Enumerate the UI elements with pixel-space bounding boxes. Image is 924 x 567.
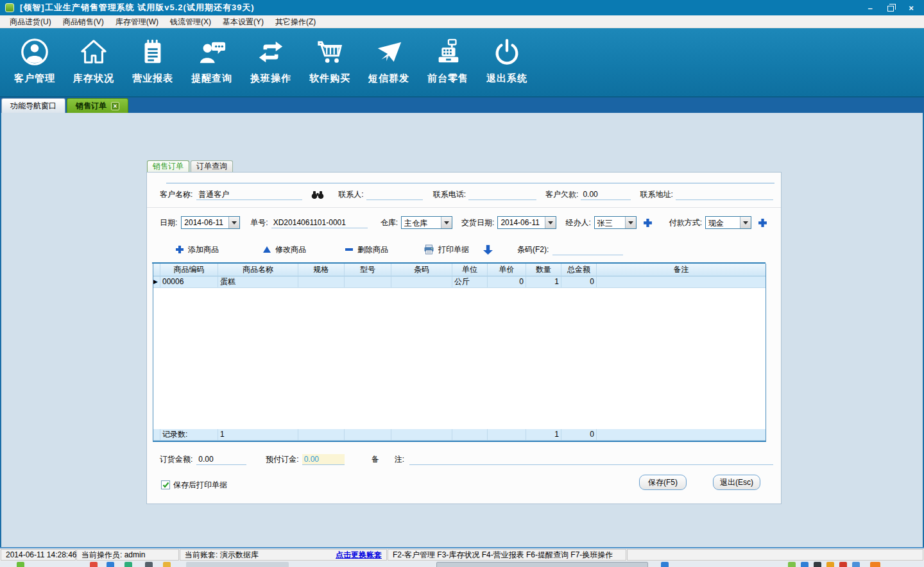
- taskbar-icon[interactable]: [661, 562, 669, 567]
- menu-goods-sales[interactable]: 商品销售(V): [57, 16, 110, 28]
- cell-product-code[interactable]: 00006: [160, 276, 218, 288]
- delivery-date-combobox[interactable]: 2014-06-11: [497, 216, 556, 229]
- payment-combobox[interactable]: 现金: [705, 216, 751, 229]
- barcode-field[interactable]: [552, 244, 623, 255]
- chevron-down-icon[interactable]: [228, 217, 239, 228]
- tab-close-icon[interactable]: ×: [111, 102, 119, 110]
- taskbar-button[interactable]: [186, 562, 289, 567]
- add-product-button[interactable]: 添加商品: [175, 244, 219, 255]
- chevron-down-icon[interactable]: [545, 217, 556, 228]
- cell-remark[interactable]: [597, 276, 766, 288]
- col-product-code[interactable]: 商品编码: [160, 264, 218, 276]
- cell-barcode[interactable]: [391, 276, 452, 288]
- col-spec[interactable]: 规格: [298, 264, 345, 276]
- tray-icon[interactable]: [814, 562, 821, 567]
- col-product-name[interactable]: 商品名称: [218, 264, 298, 276]
- checkbox-checked-icon[interactable]: [161, 480, 170, 489]
- toolbar-shift-change[interactable]: 换班操作: [243, 33, 299, 96]
- taskbar-icon[interactable]: [90, 562, 98, 567]
- delete-product-button[interactable]: 删除商品: [345, 244, 388, 255]
- tray-icon[interactable]: [788, 562, 796, 567]
- binoculars-search-icon[interactable]: [311, 190, 324, 199]
- form-tab-sales-order[interactable]: 销售订单: [147, 160, 189, 172]
- warehouse-combobox[interactable]: 主仓库: [401, 216, 452, 229]
- menu-goods-purchase[interactable]: 商品进货(U): [4, 16, 57, 28]
- remark-field[interactable]: [409, 454, 773, 465]
- restore-icon[interactable]: [886, 3, 896, 13]
- minimize-icon[interactable]: –: [865, 3, 875, 13]
- menu-other[interactable]: 其它操作(Z): [270, 16, 321, 28]
- tray-icon[interactable]: [852, 562, 860, 567]
- taskbar-icon[interactable]: [17, 562, 24, 567]
- order-items-grid: 商品编码 商品名称 规格 型号 条码 单位 单价 数量 总金额 备注 ▶ 000…: [153, 264, 766, 442]
- home-icon: [79, 37, 108, 67]
- agent-combobox[interactable]: 张三: [594, 216, 637, 229]
- add-payment-icon[interactable]: [758, 218, 767, 228]
- toolbar-customer-management[interactable]: 客户管理: [6, 33, 63, 96]
- date-combobox[interactable]: 2014-06-11: [181, 216, 240, 229]
- cell-unit-price[interactable]: 0: [488, 276, 526, 288]
- cell-product-name[interactable]: 蛋糕: [218, 276, 298, 288]
- taskbar-icon[interactable]: [163, 562, 171, 567]
- exit-button[interactable]: 退出(Esc): [713, 475, 760, 490]
- menu-settings[interactable]: 基本设置(Y): [217, 16, 270, 28]
- toolbar-pos-retail[interactable]: 前台零售: [420, 33, 476, 96]
- chevron-down-icon[interactable]: [625, 217, 636, 228]
- customer-name-field[interactable]: 普通客户: [196, 189, 302, 200]
- tray-icon[interactable]: [801, 562, 809, 567]
- cell-unit[interactable]: 公斤: [452, 276, 488, 288]
- col-unit-price[interactable]: 单价: [488, 264, 526, 276]
- tray-icon[interactable]: [870, 562, 880, 567]
- taskbar-icon[interactable]: [145, 562, 153, 567]
- col-model[interactable]: 型号: [345, 264, 391, 276]
- menu-cashflow[interactable]: 钱流管理(X): [164, 16, 217, 28]
- order-no-field[interactable]: XD2014061101-0001: [271, 217, 368, 228]
- col-unit[interactable]: 单位: [452, 264, 488, 276]
- toolbar-reminder-query[interactable]: 提醒查询: [184, 33, 240, 96]
- tray-icon[interactable]: [826, 562, 834, 567]
- tray-icon[interactable]: [839, 562, 847, 567]
- cell-quantity[interactable]: 1: [526, 276, 561, 288]
- grid-empty-area: [153, 288, 766, 429]
- menu-bar: 商品进货(U) 商品销售(V) 库存管理(W) 钱流管理(X) 基本设置(Y) …: [0, 15, 924, 28]
- taskbar-icon[interactable]: [107, 562, 114, 567]
- tab-sales-order[interactable]: 销售订单 ×: [67, 98, 128, 113]
- taskbar-icon[interactable]: [124, 562, 132, 567]
- toolbar-inventory-status[interactable]: 库存状况: [65, 33, 122, 96]
- add-agent-icon[interactable]: [643, 218, 653, 228]
- address-field[interactable]: [676, 189, 773, 200]
- toolbar-business-report[interactable]: 营业报表: [124, 33, 181, 96]
- save-button[interactable]: 保存(F5): [639, 475, 687, 490]
- col-quantity[interactable]: 数量: [526, 264, 561, 276]
- chevron-down-icon[interactable]: [740, 217, 751, 228]
- grid-data-row[interactable]: ▶ 00006 蛋糕 公斤 0 1 0: [153, 276, 766, 288]
- toolbar-software-purchase[interactable]: 软件购买: [302, 33, 358, 96]
- arrow-down-icon[interactable]: [483, 244, 493, 255]
- cell-total-amount[interactable]: 0: [561, 276, 597, 288]
- taskbar-button-active[interactable]: [436, 562, 648, 567]
- switch-account-link[interactable]: 点击更换账套: [336, 550, 382, 561]
- warehouse-label: 仓库:: [381, 217, 398, 228]
- col-total-amount[interactable]: 总金额: [561, 264, 597, 276]
- cell-spec[interactable]: [298, 276, 345, 288]
- status-bar: 2014-06-11 14:28:46 当前操作员: admin 当前账套: 演…: [0, 547, 924, 561]
- debt-label: 客户欠款:: [545, 189, 578, 200]
- tab-function-navigation[interactable]: 功能导航窗口: [1, 98, 65, 113]
- chevron-down-icon[interactable]: [441, 217, 452, 228]
- toolbar-sms-broadcast[interactable]: 短信群发: [361, 33, 417, 96]
- prepaid-field[interactable]: 0.00: [302, 454, 345, 465]
- menu-inventory[interactable]: 库存管理(W): [110, 16, 164, 28]
- edit-product-button[interactable]: 修改商品: [262, 244, 306, 255]
- print-after-save-checkbox[interactable]: 保存后打印单据: [161, 480, 227, 491]
- cell-model[interactable]: [345, 276, 391, 288]
- toolbar-exit-system[interactable]: 退出系统: [479, 33, 535, 96]
- contact-field[interactable]: [366, 189, 423, 200]
- close-icon[interactable]: ×: [906, 3, 916, 13]
- print-receipt-button[interactable]: 打印单据: [424, 244, 469, 255]
- order-amount-field: 0.00: [196, 454, 246, 465]
- form-tab-order-query[interactable]: 订单查询: [191, 160, 233, 172]
- phone-field[interactable]: [468, 189, 536, 200]
- col-remark[interactable]: 备注: [597, 264, 766, 276]
- status-hotkeys: F2-客户管理 F3-库存状况 F4-营业报表 F6-提醒查询 F7-换班操作: [388, 549, 626, 561]
- col-barcode[interactable]: 条码: [391, 264, 452, 276]
